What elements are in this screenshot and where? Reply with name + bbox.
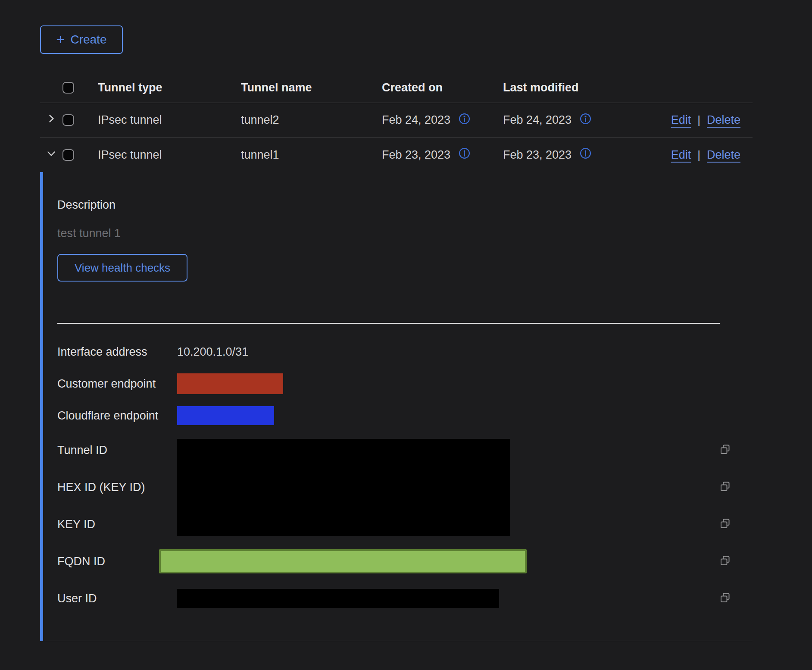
panel-divider bbox=[57, 323, 720, 324]
copy-icon bbox=[719, 518, 731, 531]
cloudflare-endpoint-redacted-value bbox=[177, 406, 274, 425]
edit-link[interactable]: Edit bbox=[671, 113, 691, 127]
tunnel-type-cell: IPsec tunnel bbox=[89, 113, 232, 127]
actions-separator: | bbox=[697, 113, 700, 127]
tunnel-id-label: Tunnel ID bbox=[57, 444, 177, 457]
create-button-label: Create bbox=[70, 33, 106, 47]
tunnel-name-cell: tunnel2 bbox=[232, 113, 373, 127]
header-tunnel-name: Tunnel name bbox=[232, 81, 373, 94]
copy-key-id-button[interactable] bbox=[713, 518, 737, 531]
created-on-value: Feb 23, 2023 bbox=[382, 148, 450, 162]
copy-hex-id-button[interactable] bbox=[713, 481, 737, 494]
table-row: IPsec tunnel tunnel2 Feb 24, 2023 Feb 24… bbox=[40, 103, 753, 138]
info-icon[interactable] bbox=[579, 113, 592, 128]
customer-endpoint-redacted-value bbox=[177, 373, 283, 394]
chevron-down-icon[interactable] bbox=[46, 148, 57, 162]
header-created-on: Created on bbox=[373, 81, 494, 94]
hex-id-label: HEX ID (KEY ID) bbox=[57, 481, 177, 494]
tunnel-detail-panel: Description test tunnel 1 View health ch… bbox=[40, 172, 753, 641]
info-icon[interactable] bbox=[458, 147, 471, 163]
row-checkbox[interactable] bbox=[62, 149, 74, 161]
create-button[interactable]: + Create bbox=[40, 25, 123, 54]
description-label: Description bbox=[57, 198, 737, 212]
key-id-label: KEY ID bbox=[57, 518, 177, 531]
cloudflare-endpoint-label: Cloudflare endpoint bbox=[57, 409, 177, 423]
header-checkbox-cell bbox=[62, 82, 89, 94]
description-value: test tunnel 1 bbox=[57, 226, 737, 240]
tunnels-table: Tunnel type Tunnel name Created on Last … bbox=[40, 73, 753, 641]
actions-separator: | bbox=[697, 148, 700, 162]
tunnel-type-cell: IPsec tunnel bbox=[89, 148, 232, 162]
last-modified-value: Feb 24, 2023 bbox=[503, 113, 572, 127]
interface-address-value: 10.200.1.0/31 bbox=[177, 345, 713, 359]
row-checkbox[interactable] bbox=[62, 114, 74, 126]
copy-icon bbox=[719, 555, 731, 568]
info-icon[interactable] bbox=[579, 147, 592, 163]
table-header-row: Tunnel type Tunnel name Created on Last … bbox=[40, 73, 753, 103]
info-icon[interactable] bbox=[458, 113, 471, 128]
delete-link[interactable]: Delete bbox=[707, 113, 740, 127]
delete-link[interactable]: Delete bbox=[707, 148, 740, 162]
ipsec-tunnels-page: + Create Tunnel type Tunnel name Created… bbox=[0, 25, 812, 670]
view-health-checks-button[interactable]: View health checks bbox=[57, 254, 187, 282]
last-modified-value: Feb 23, 2023 bbox=[503, 148, 572, 162]
tunnel-detail-fields: Interface address 10.200.1.0/31 Customer… bbox=[57, 336, 737, 617]
ids-redacted-value bbox=[177, 439, 510, 536]
edit-link[interactable]: Edit bbox=[671, 148, 691, 162]
copy-tunnel-id-button[interactable] bbox=[713, 444, 737, 457]
user-id-label: User ID bbox=[57, 592, 177, 605]
copy-user-id-button[interactable] bbox=[713, 592, 737, 605]
header-tunnel-type: Tunnel type bbox=[89, 81, 232, 94]
header-last-modified: Last modified bbox=[494, 81, 624, 94]
created-on-value: Feb 24, 2023 bbox=[382, 113, 450, 127]
copy-icon bbox=[719, 481, 731, 494]
select-all-checkbox[interactable] bbox=[62, 82, 74, 94]
fqdn-id-redacted-value bbox=[159, 549, 527, 573]
copy-icon bbox=[719, 592, 731, 605]
customer-endpoint-label: Customer endpoint bbox=[57, 377, 177, 391]
interface-address-label: Interface address bbox=[57, 345, 177, 359]
copy-icon bbox=[719, 444, 731, 457]
table-row: IPsec tunnel tunnel1 Feb 23, 2023 Feb 23… bbox=[40, 138, 753, 172]
plus-icon: + bbox=[56, 32, 65, 47]
tunnel-name-cell: tunnel1 bbox=[232, 148, 373, 162]
copy-fqdn-id-button[interactable] bbox=[713, 555, 737, 568]
chevron-right-icon[interactable] bbox=[46, 113, 57, 127]
user-id-redacted-value bbox=[177, 589, 499, 608]
